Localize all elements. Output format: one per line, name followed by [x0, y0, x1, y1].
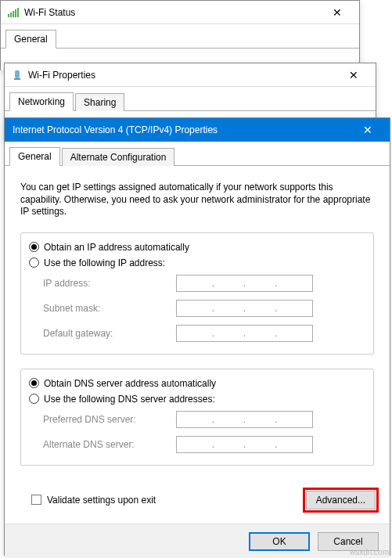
close-icon[interactable]: ✕ [338, 69, 369, 81]
svg-rect-2 [13, 11, 14, 17]
ip-groupbox: Obtain an IP address automatically Use t… [20, 232, 374, 355]
svg-rect-1 [10, 13, 12, 17]
alternate-dns-row: Alternate DNS server: ... [29, 432, 365, 457]
gateway-input: ... [176, 325, 313, 342]
ip-address-label: IP address: [43, 278, 176, 289]
radio-ip-manual-label: Use the following IP address: [44, 257, 165, 268]
ipv4-body: You can get IP settings assigned automat… [5, 166, 390, 488]
wifi-status-tabs: General [1, 24, 359, 49]
validate-label: Validate settings upon exit [47, 495, 156, 506]
svg-rect-0 [8, 14, 9, 17]
preferred-dns-label: Preferred DNS server: [43, 414, 176, 425]
tab-general[interactable]: General [9, 147, 60, 166]
alternate-dns-label: Alternate DNS server: [43, 439, 176, 450]
radio-icon [29, 378, 39, 388]
ip-description: You can get IP settings assigned automat… [20, 182, 374, 218]
tab-general[interactable]: General [5, 30, 56, 49]
subnet-input: ... [176, 300, 313, 317]
validate-checkbox-row[interactable]: Validate settings upon exit [31, 495, 156, 506]
tab-sharing[interactable]: Sharing [75, 93, 124, 111]
radio-dns-auto[interactable]: Obtain DNS server address automatically [29, 376, 365, 391]
radio-ip-auto[interactable]: Obtain an IP address automatically [29, 239, 365, 255]
tab-networking[interactable]: Networking [9, 92, 74, 111]
ipv4-properties-window: Internet Protocol Version 4 (TCP/IPv4) P… [4, 117, 390, 556]
gateway-row: Default gateway: ... [29, 321, 365, 346]
dialog-buttons-row: OK Cancel [5, 524, 390, 558]
radio-icon [29, 257, 39, 268]
wifi-signal-icon [7, 6, 20, 19]
wifi-props-title: Wi-Fi Properties [28, 70, 338, 81]
validate-and-advanced-row: Validate settings upon exit Advanced... [5, 488, 390, 524]
close-icon[interactable]: ✕ [322, 6, 353, 19]
close-icon[interactable]: ✕ [352, 124, 383, 136]
wifi-props-tabs: Networking Sharing [5, 87, 376, 111]
ipv4-tabs: General Alternate Configuration [5, 142, 390, 166]
ipv4-titlebar: Internet Protocol Version 4 (TCP/IPv4) P… [5, 118, 390, 142]
preferred-dns-row: Preferred DNS server: ... [29, 407, 365, 432]
wifi-status-titlebar: Wi-Fi Status ✕ [1, 1, 359, 24]
ip-address-input: ... [176, 275, 313, 292]
wifi-props-titlebar: Wi-Fi Properties ✕ [5, 63, 376, 87]
adapter-icon [11, 69, 23, 81]
gateway-label: Default gateway: [43, 328, 176, 339]
ip-address-row: IP address: ... [29, 271, 365, 296]
dns-groupbox: Obtain DNS server address automatically … [20, 369, 374, 466]
ipv4-title: Internet Protocol Version 4 (TCP/IPv4) P… [13, 124, 352, 135]
subnet-label: Subnet mask: [43, 303, 176, 314]
radio-icon [29, 242, 39, 252]
svg-rect-3 [15, 9, 16, 17]
subnet-row: Subnet mask: ... [29, 296, 365, 321]
radio-ip-auto-label: Obtain an IP address automatically [44, 242, 189, 253]
svg-rect-5 [15, 70, 20, 78]
svg-rect-4 [17, 8, 19, 17]
radio-dns-manual[interactable]: Use the following DNS server addresses: [29, 391, 365, 407]
svg-rect-6 [14, 78, 20, 80]
advanced-button[interactable]: Advanced... [306, 491, 376, 509]
ok-button[interactable]: OK [249, 532, 310, 551]
tab-alternate-config[interactable]: Alternate Configuration [62, 148, 175, 166]
radio-icon [29, 394, 39, 404]
radio-ip-manual[interactable]: Use the following IP address: [29, 255, 365, 271]
advanced-highlight: Advanced... [303, 488, 379, 513]
wifi-status-title: Wi-Fi Status [24, 7, 322, 18]
preferred-dns-input: ... [176, 411, 313, 428]
checkbox-icon [31, 495, 41, 505]
alternate-dns-input: ... [176, 436, 313, 453]
watermark: wsxdn.com [350, 548, 389, 556]
radio-dns-auto-label: Obtain DNS server address automatically [44, 378, 216, 389]
radio-dns-manual-label: Use the following DNS server addresses: [44, 394, 215, 405]
wifi-status-window: Wi-Fi Status ✕ General [0, 0, 360, 70]
